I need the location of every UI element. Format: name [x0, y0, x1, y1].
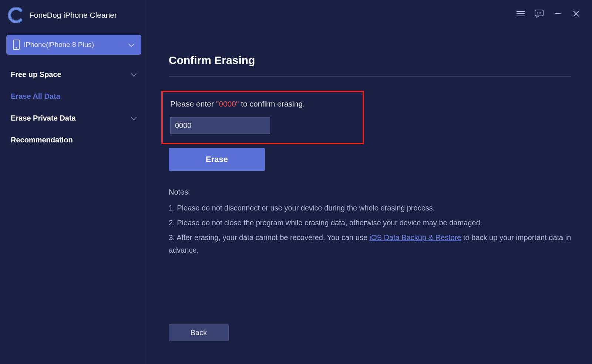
- backup-restore-link[interactable]: iOS Data Backup & Restore: [370, 233, 461, 242]
- svg-point-6: [540, 13, 541, 14]
- chevron-down-icon: [128, 43, 135, 47]
- app-title: FoneDog iPhone Cleaner: [29, 11, 117, 20]
- highlight-box: Please enter "0000" to confirm erasing.: [161, 91, 364, 144]
- window-controls: [516, 9, 581, 18]
- page-title: Confirm Erasing: [169, 54, 571, 67]
- sidebar-item-free-up-space[interactable]: Free up Space: [6, 64, 141, 85]
- phone-icon: [13, 40, 20, 50]
- app-logo-icon: [8, 7, 23, 23]
- divider: [169, 76, 571, 77]
- confirm-instruction: Please enter "0000" to confirm erasing.: [170, 100, 355, 108]
- note-item: 1. Please do not disconnect or use your …: [169, 202, 571, 214]
- erase-button[interactable]: Erase: [169, 148, 265, 171]
- sidebar: FoneDog iPhone Cleaner iPhone(iPhone 8 P…: [0, 0, 148, 364]
- sidebar-item-label: Erase Private Data: [11, 114, 76, 122]
- note-item: 2. Please do not close the program while…: [169, 216, 571, 229]
- note-item: 3. After erasing, your data cannot be re…: [169, 231, 571, 256]
- sidebar-item-label: Recommendation: [11, 136, 73, 144]
- notes-section: Notes: 1. Please do not disconnect or us…: [169, 188, 571, 256]
- logo-section: FoneDog iPhone Cleaner: [6, 7, 141, 23]
- confirm-input[interactable]: [170, 117, 270, 134]
- feedback-icon[interactable]: [534, 9, 544, 18]
- menu-icon[interactable]: [516, 9, 525, 18]
- svg-point-5: [539, 13, 540, 14]
- sidebar-item-label: Free up Space: [11, 70, 61, 79]
- device-selector[interactable]: iPhone(iPhone 8 Plus): [6, 35, 141, 55]
- chevron-down-icon: [131, 117, 137, 120]
- chevron-down-icon: [131, 73, 137, 77]
- sidebar-item-recommendation[interactable]: Recommendation: [6, 129, 141, 151]
- main-content: Confirm Erasing Please enter "0000" to c…: [148, 0, 592, 364]
- confirm-code: "0000": [216, 100, 239, 108]
- close-icon[interactable]: [571, 9, 581, 18]
- device-name: iPhone(iPhone 8 Plus): [24, 41, 94, 49]
- svg-point-4: [537, 13, 538, 14]
- back-button[interactable]: Back: [169, 324, 229, 341]
- sidebar-item-erase-private-data[interactable]: Erase Private Data: [6, 107, 141, 129]
- confirm-prefix: Please enter: [170, 100, 216, 108]
- notes-title: Notes:: [169, 188, 571, 196]
- sidebar-item-label: Erase All Data: [11, 92, 60, 101]
- minimize-icon[interactable]: [553, 9, 562, 18]
- note-text: 3. After erasing, your data cannot be re…: [169, 233, 370, 242]
- confirm-suffix: to confirm erasing.: [239, 100, 305, 108]
- sidebar-item-erase-all-data[interactable]: Erase All Data: [6, 85, 141, 107]
